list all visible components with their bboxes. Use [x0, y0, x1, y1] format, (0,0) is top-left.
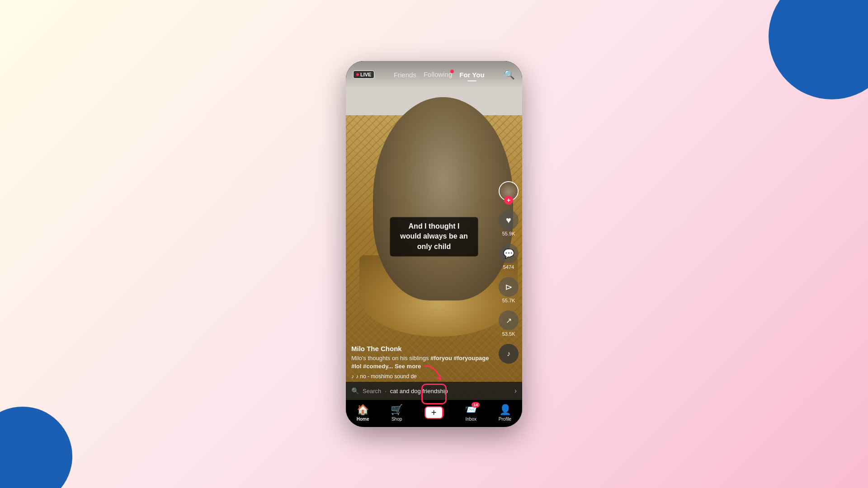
- create-button-inner: +: [426, 407, 442, 418]
- nav-profile[interactable]: 👤 Profile: [499, 404, 511, 422]
- shop-label: Shop: [392, 417, 402, 422]
- arrow-indicator: [420, 362, 448, 386]
- search-separator: ·: [385, 388, 387, 394]
- share-count: 53.5K: [502, 331, 515, 337]
- phone-frame: LIVE Friends Following For You 🔍 And I t…: [346, 61, 522, 427]
- live-label: LIVE: [360, 72, 371, 77]
- profile-icon: 👤: [499, 404, 511, 416]
- create-button[interactable]: +: [425, 406, 443, 419]
- friends-tab[interactable]: Friends: [394, 71, 416, 79]
- nav-create[interactable]: +: [425, 406, 443, 419]
- nav-links: Friends Following For You: [394, 70, 485, 79]
- comment-count: 5474: [503, 264, 514, 270]
- search-icon[interactable]: 🔍: [504, 69, 515, 80]
- creator-avatar-wrapper[interactable]: +: [499, 181, 519, 201]
- search-label: Search: [363, 388, 381, 394]
- live-button[interactable]: LIVE: [353, 70, 374, 79]
- inbox-badge: 14: [472, 402, 480, 408]
- following-tab[interactable]: Following: [424, 70, 452, 78]
- create-plus-icon: +: [431, 408, 437, 418]
- shop-icon: 🛒: [391, 404, 403, 416]
- creator-username[interactable]: Milo The Chonk: [351, 345, 493, 352]
- phone-screen: LIVE Friends Following For You 🔍 And I t…: [346, 61, 522, 427]
- search-query[interactable]: cat and dog friendship: [390, 388, 448, 394]
- profile-label: Profile: [499, 417, 511, 422]
- following-wrapper: Following: [424, 70, 452, 79]
- heart-icon: ♥: [499, 210, 519, 230]
- music-note-icon: ♪: [351, 373, 354, 380]
- foryou-tab[interactable]: For You: [459, 71, 484, 79]
- comment-button[interactable]: 💬 5474: [499, 244, 519, 270]
- bookmark-icon: ⊳: [499, 277, 519, 297]
- share-button[interactable]: ↗ 53.5K: [499, 310, 519, 337]
- bookmark-button[interactable]: ⊳ 55.7K: [499, 277, 519, 303]
- bottom-navigation: 🏠 Home 🛒 Shop + 📨 14: [346, 400, 522, 427]
- inbox-wrapper: 📨 14: [465, 404, 477, 416]
- sound-name: ♪ no - moshimo sound de: [356, 373, 417, 380]
- like-count: 55.9K: [502, 231, 515, 236]
- top-navigation: LIVE Friends Following For You 🔍: [346, 61, 522, 88]
- home-label: Home: [357, 417, 369, 422]
- live-dot: [356, 73, 359, 76]
- notification-dot: [450, 70, 454, 73]
- cat-visual: [373, 97, 513, 300]
- nav-home[interactable]: 🏠 Home: [357, 404, 369, 422]
- right-sidebar: + ♥ 55.9K 💬 5474 ⊳ 55.7K ↗ 53.5K: [499, 181, 519, 364]
- bookmark-count: 55.7K: [502, 298, 515, 303]
- share-icon: ↗: [499, 310, 519, 330]
- nav-inbox[interactable]: 📨 14 Inbox: [465, 404, 477, 422]
- disc-icon: ♪: [499, 344, 519, 364]
- search-arrow-icon: ›: [514, 387, 517, 395]
- comment-icon: 💬: [499, 244, 519, 263]
- nav-shop[interactable]: 🛒 Shop: [391, 404, 403, 422]
- inbox-label: Inbox: [466, 417, 476, 422]
- search-bar-icon: 🔍: [351, 387, 359, 394]
- video-caption: And I thought I would always be an only …: [390, 217, 478, 256]
- sound-disc[interactable]: ♪: [499, 344, 519, 364]
- home-icon: 🏠: [357, 404, 369, 416]
- description-text: Milo's thoughts on his siblings: [351, 355, 429, 361]
- like-button[interactable]: ♥ 55.9K: [499, 210, 519, 236]
- see-more-button[interactable]: See more: [395, 363, 421, 370]
- follow-button[interactable]: +: [504, 196, 513, 205]
